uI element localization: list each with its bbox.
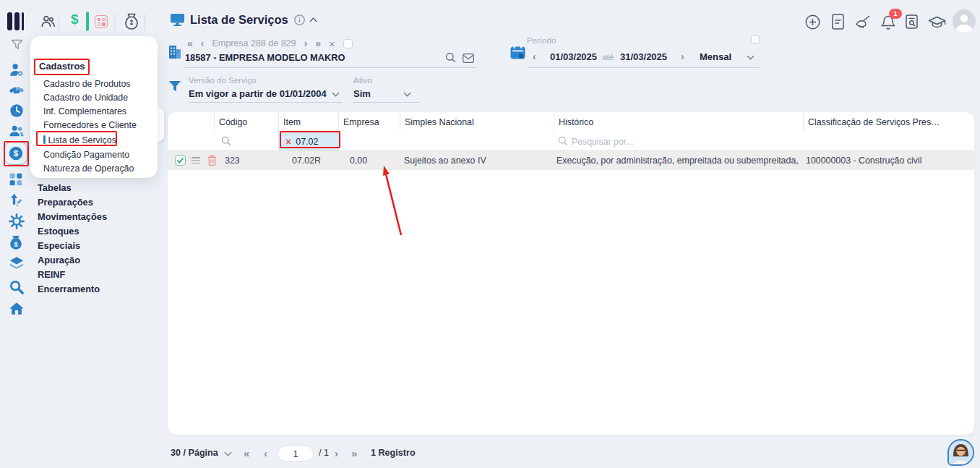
pagination-prev-button[interactable]: ‹	[264, 447, 267, 459]
brand-logo[interactable]	[7, 12, 24, 30]
info-icon[interactable]	[294, 14, 305, 25]
item-filter-value[interactable]: 07.02	[296, 137, 318, 147]
menu-item-natureza-de-operacao[interactable]: Natureza de Operação	[43, 163, 134, 174]
calculator-module-icon[interactable]	[95, 15, 108, 28]
menu-category-movimentacoes[interactable]: Movimentações	[38, 211, 107, 222]
support-chat-avatar[interactable]	[947, 439, 974, 466]
pagination-next-button[interactable]: ›	[335, 447, 338, 459]
period-prev-button[interactable]: ‹	[533, 51, 536, 62]
period-mode-select[interactable]: Mensal	[700, 51, 731, 62]
row-delete-icon[interactable]	[207, 155, 217, 166]
sidebar-item-search[interactable]	[9, 279, 25, 295]
service-version-label: Versão do Serviço	[189, 76, 256, 85]
sidebar-item-financeiro[interactable]: $	[8, 145, 24, 161]
menu-category-tabelas[interactable]: Tabelas	[38, 182, 72, 193]
people-module-icon[interactable]	[40, 14, 56, 29]
sidebar-item-user-settings[interactable]	[9, 62, 25, 78]
column-header-historico[interactable]: Histórico	[554, 112, 803, 132]
company-clear-icon[interactable]: ×	[329, 38, 335, 49]
annotation-arrow	[372, 158, 423, 243]
column-header-item[interactable]: Item	[278, 112, 338, 132]
menu-category-estoques[interactable]: Estoques	[38, 226, 79, 237]
company-first-button[interactable]: «	[187, 38, 193, 49]
period-start-date[interactable]: 01/03/2025	[550, 51, 597, 62]
mail-icon[interactable]	[463, 54, 474, 63]
service-version-chevron-icon[interactable]	[332, 90, 340, 97]
module-separator	[144, 14, 145, 31]
app-root: $ 1 O que você procura? ?	[0, 0, 980, 468]
sidebar-item-gear[interactable]	[9, 213, 25, 229]
trend-pencil-icon	[9, 192, 23, 208]
svg-text:$: $	[14, 149, 19, 158]
column-header-simples-nacional[interactable]: Simples Nacional	[400, 112, 554, 132]
menu-item-condicao-pagamento[interactable]: Condição Pagamento	[43, 150, 129, 160]
menu-category-reinf[interactable]: REINF	[38, 269, 65, 280]
sidebar-item-users[interactable]	[9, 123, 25, 139]
blocks-icon	[9, 172, 23, 187]
sidebar-item-trend[interactable]	[9, 192, 25, 208]
moneybag-module-icon[interactable]	[124, 12, 139, 30]
period-next-button[interactable]: ›	[681, 51, 684, 62]
company-checkbox[interactable]	[343, 39, 353, 48]
add-icon[interactable]	[805, 14, 820, 30]
menu-item-fornecedores-e-cliente[interactable]: Fornecedores e Cliente	[43, 120, 137, 130]
sidebar-item-clock[interactable]	[9, 103, 25, 119]
period-until-label: até	[602, 52, 614, 62]
dollar-module-icon[interactable]: $	[71, 12, 79, 27]
sidebar-item-handshake[interactable]	[9, 82, 25, 98]
collapse-header-icon[interactable]	[309, 17, 317, 25]
company-search-icon[interactable]	[445, 52, 456, 63]
menu-item-cadastro-de-unidade[interactable]: Cadastro de Unidade	[43, 93, 128, 103]
column-header-codigo[interactable]: Código	[214, 112, 278, 132]
sidebar-item-moneybag[interactable]: $	[9, 234, 25, 250]
active-filter-chevron-icon[interactable]	[404, 90, 411, 97]
menu-category-especiais[interactable]: Especiais	[38, 240, 80, 251]
company-prev-button[interactable]: ‹	[201, 38, 205, 49]
page-size-select[interactable]: 30 / Página	[171, 448, 218, 458]
column-header-classificacao[interactable]: Classificação de Serviços Pres…	[803, 112, 974, 132]
historico-search-input[interactable]: Pesquisar por...	[572, 137, 633, 147]
sidebar-item-blocks[interactable]	[9, 172, 25, 188]
filter-icon	[168, 80, 181, 93]
company-last-button[interactable]: »	[315, 38, 321, 49]
company-name[interactable]: 18587 - EMPRESA MODELO MAKRO	[185, 52, 345, 63]
active-module-indicator	[86, 12, 89, 31]
active-filter-select[interactable]: Sim	[353, 88, 371, 99]
broom-icon[interactable]	[854, 14, 872, 30]
service-version-select[interactable]: Em vigor a partir de 01/01/2004	[189, 88, 327, 99]
graduation-cap-icon[interactable]	[928, 16, 946, 30]
filter-funnel-icon[interactable]	[11, 39, 23, 50]
clear-item-filter-icon[interactable]: ×	[285, 137, 291, 147]
total-pages-label: / 1	[319, 448, 329, 458]
user-avatar[interactable]	[953, 9, 976, 33]
period-checkbox[interactable]	[751, 35, 760, 44]
service-table-row[interactable]: 323 07.02R 0,00 Sujeitos ao anexo IV Exe…	[168, 150, 974, 170]
historico-search-icon[interactable]	[558, 136, 568, 146]
page-size-chevron-icon[interactable]	[225, 449, 232, 456]
layers-icon	[9, 255, 25, 271]
menu-category-apuracao[interactable]: Apuração	[38, 255, 80, 265]
pagination-first-button[interactable]: «	[244, 447, 249, 459]
service-version-divider	[189, 102, 342, 103]
menu-category-preparacoes[interactable]: Preparações	[38, 197, 93, 208]
menu-item-cadastro-de-produtos[interactable]: Cadastro de Produtos	[43, 79, 131, 89]
menu-item-lista-de-servicos[interactable]: Lista de Serviços	[43, 135, 116, 145]
pagination-last-button[interactable]: »	[351, 447, 357, 459]
period-end-date[interactable]: 31/03/2025	[620, 51, 667, 62]
row-checkbox[interactable]	[175, 155, 186, 166]
period-mode-chevron-icon[interactable]	[747, 53, 755, 60]
row-menu-icon[interactable]	[192, 157, 200, 165]
menu-category-encerramento[interactable]: Encerramento	[38, 284, 100, 294]
company-next-button[interactable]: ›	[304, 38, 308, 49]
current-page-input[interactable]: 1	[278, 446, 314, 461]
company-nav: « ‹ Empresa 288 de 829 › » ×	[187, 38, 353, 49]
sidebar-item-layers[interactable]	[9, 255, 25, 271]
sidebar-item-home[interactable]	[9, 301, 25, 317]
codigo-filter-search-icon[interactable]	[221, 136, 231, 146]
period-divider	[527, 67, 760, 68]
item-filter-chip[interactable]: × 07.02	[278, 132, 339, 150]
column-header-empresa[interactable]: Empresa	[338, 112, 400, 132]
document-icon[interactable]	[832, 14, 844, 30]
document-search-icon[interactable]	[906, 14, 919, 30]
menu-item-inf-complementares[interactable]: Inf. Complementares	[43, 106, 126, 116]
